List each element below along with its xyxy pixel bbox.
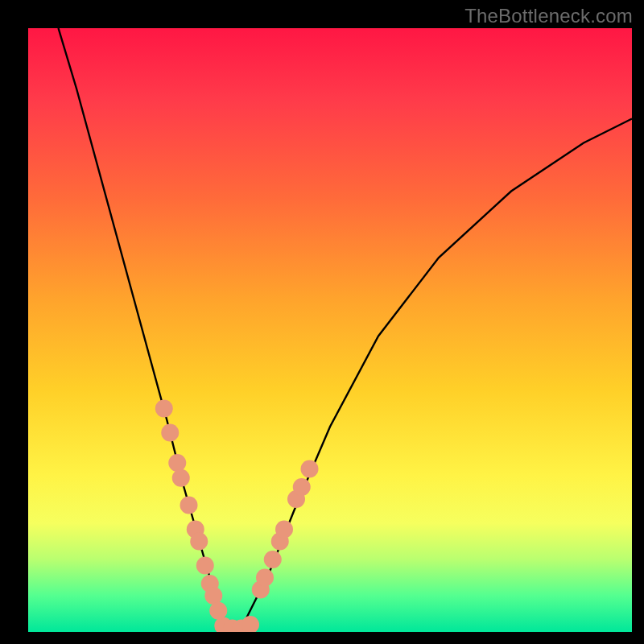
marker-dot (209, 602, 227, 620)
chart-plot-area (28, 28, 632, 632)
marker-dot (293, 478, 311, 496)
chart-svg (28, 28, 632, 632)
marker-dot (264, 551, 282, 568)
marker-dot (180, 497, 198, 514)
marker-dot (172, 469, 190, 487)
chart-frame: TheBottleneck.com (0, 0, 644, 644)
marker-dot (196, 557, 214, 575)
marker-dot (301, 460, 319, 478)
marker-dot (256, 569, 274, 587)
marker-dot (204, 587, 222, 605)
left-branch-markers (155, 400, 228, 620)
marker-dot (190, 533, 208, 551)
marker-dot (168, 454, 186, 472)
marker-dot (155, 400, 173, 418)
marker-dot (242, 616, 259, 632)
bottleneck-curve (59, 28, 633, 632)
right-branch-markers (252, 460, 319, 599)
marker-dot (275, 521, 293, 539)
marker-dot (161, 424, 179, 442)
watermark-text: TheBottleneck.com (464, 5, 633, 27)
